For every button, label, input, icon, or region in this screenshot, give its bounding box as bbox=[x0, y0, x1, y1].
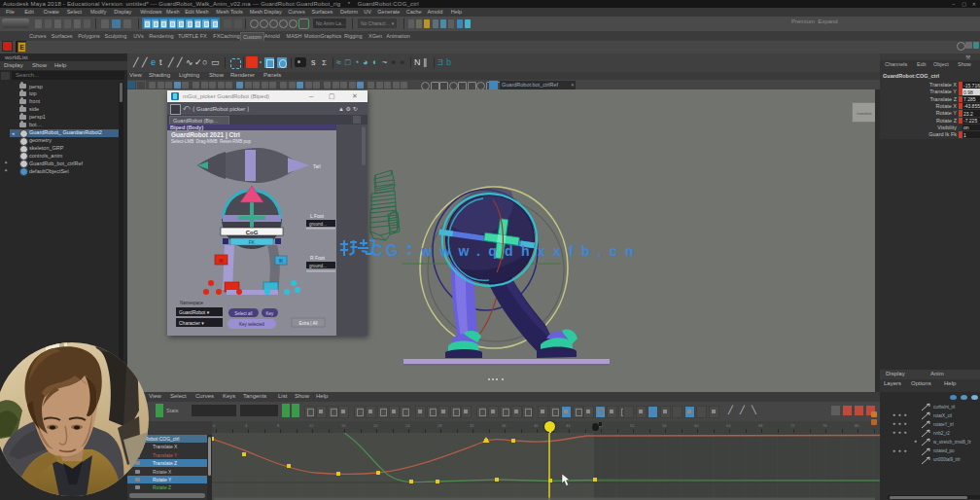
svg-text:ground…: ground… bbox=[309, 264, 328, 268]
svg-text:CoG: CoG bbox=[246, 230, 259, 235]
svg-text:GuardRobot ▾: GuardRobot ▾ bbox=[179, 309, 210, 315]
svg-text:Namespace: Namespace bbox=[180, 301, 204, 305]
svg-text:ground…: ground… bbox=[309, 222, 328, 227]
svg-text:Character ▾: Character ▾ bbox=[179, 320, 204, 326]
svg-text:L Foot: L Foot bbox=[310, 213, 325, 219]
svg-text:Key: Key bbox=[266, 311, 275, 316]
svg-text:IK: IK bbox=[219, 258, 224, 264]
svg-text:Extra | All: Extra | All bbox=[299, 321, 318, 326]
svg-text:Key selected: Key selected bbox=[239, 322, 264, 327]
svg-text:Tail: Tail bbox=[313, 163, 321, 169]
svg-text:IK: IK bbox=[279, 258, 284, 264]
svg-text:Select all: Select all bbox=[234, 311, 252, 316]
svg-text:FK: FK bbox=[249, 239, 256, 245]
svg-text:R Foot: R Foot bbox=[310, 255, 326, 261]
